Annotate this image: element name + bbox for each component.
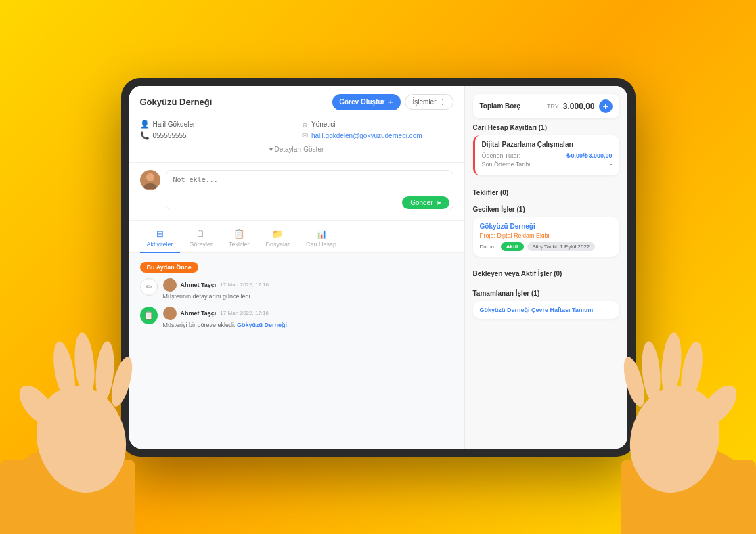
email-icon: ✉ — [302, 131, 308, 140]
cari-hesap-name: Dijital Pazarlama Çalışmaları — [482, 141, 613, 148]
geciken-badges: Durum: Aktif Bitiş Tarihi: 1 Eylül 2022 — [480, 242, 613, 251]
note-avatar — [140, 170, 160, 190]
create-task-button[interactable]: Görev Oluştur ＋ — [332, 94, 401, 110]
svg-point-1 — [0, 446, 135, 534]
activity-item-1: ✏ Ahmet Taşçı 17 Mart 2022, 17:16 Müşter… — [140, 278, 453, 300]
currency-label: TRY — [547, 103, 559, 110]
badge-date: Bitiş Tarihi: 1 Eylül 2022 — [527, 242, 596, 251]
period-badge: Bu Aydan Önce — [140, 262, 198, 273]
bekleyen-section: Bekleyen veya Aktif İşler (0) — [473, 270, 619, 282]
bekleyen-title: Bekleyen veya Aktif İşler (0) — [473, 270, 619, 277]
dosyalar-icon: 📁 — [272, 229, 283, 239]
tab-gorevler[interactable]: 🗒 Görevler — [183, 226, 220, 253]
note-input-wrapper: Gönder ➤ — [166, 170, 453, 213]
gorevler-icon: 🗒 — [196, 229, 205, 239]
odenen-tutar-row: Ödenen Tutar: ₺0,00/₺3.000,00 — [482, 152, 613, 159]
add-borc-button[interactable]: + — [599, 99, 613, 113]
tamamlanan-section: Tamamlanan İşler (1) Gökyüzü Derneği Çev… — [473, 290, 619, 319]
cari-hesap-section: Cari Hesap Kayıtları (1) Dijital Pazarla… — [473, 124, 619, 181]
panel-header: Gökyüzü Derneği Görev Oluştur ＋ İşlemler… — [129, 86, 464, 116]
contact-row-2: 📞 055555555 ✉ halil.gokdelen@gokyuzudern… — [140, 131, 453, 140]
svg-point-12 — [694, 380, 744, 432]
company-name: Gökyüzü Derneği — [140, 97, 213, 107]
tab-teklifler-label: Teklifler — [229, 241, 250, 248]
contact-name-field: 👤 Halil Gökdelen — [140, 120, 292, 129]
tab-dosyalar[interactable]: 📁 Dosyalar — [259, 226, 297, 253]
contact-email: halil.gokdelen@gokyuzudernegi.com — [311, 132, 422, 139]
son-odeme-label: Son Ödeme Tarihi: — [482, 161, 532, 168]
tab-aktiviteler[interactable]: ⊞ Aktiviteler — [140, 226, 180, 253]
toplam-borc-label: Toplam Borç — [480, 102, 520, 110]
geciken-proje: Proje: Dijital Reklam Ekibi — [480, 232, 613, 239]
svg-rect-10 — [621, 460, 756, 534]
son-odeme-value: - — [610, 161, 613, 168]
star-icon: ☆ — [302, 120, 308, 128]
islemler-button[interactable]: İşlemler ⋮ — [405, 94, 453, 110]
activity-time-2: 17 Mart 2022, 17:16 — [220, 310, 269, 316]
contact-row-1: 👤 Halil Gökdelen ☆ Yönetici — [140, 120, 453, 129]
avatar-svg — [140, 170, 160, 190]
durum-label: Durum: — [480, 244, 497, 250]
tab-dosyalar-label: Dosyalar — [266, 241, 290, 248]
tab-gorevler-label: Görevler — [190, 241, 213, 248]
svg-point-9 — [621, 446, 756, 534]
phone-icon: 📞 — [140, 131, 150, 140]
tab-teklifler[interactable]: 📋 Teklifler — [222, 226, 257, 253]
svg-point-4 — [13, 380, 62, 432]
activity-user-avatar-2 — [163, 307, 177, 320]
proje-value: Dijital Reklam Ekibi — [497, 232, 550, 239]
activity-text-prefix-2: Müşteriyi bir göreve ekledi: — [163, 321, 236, 328]
show-details-button[interactable]: ▾ Detayları Göster — [140, 143, 453, 157]
activity-content-1: Ahmet Taşçı 17 Mart 2022, 17:16 Müşterin… — [163, 278, 453, 300]
activity-item-2: 📋 Ahmet Taşçı 17 Mart 2022, 17:16 Müşter… — [140, 307, 453, 328]
teklifler-tab-icon: 📋 — [234, 229, 244, 239]
son-odeme-row: Son Ödeme Tarihi: - — [482, 161, 613, 168]
tamamlanan-card: Gökyüzü Derneği Çevre Haftası Tanıtım — [473, 301, 619, 319]
svg-point-13 — [677, 340, 706, 403]
activity-time-1: 17 Mart 2022, 17:16 — [220, 282, 269, 288]
activity-user-row-1: Ahmet Taşçı 17 Mart 2022, 17:16 — [163, 278, 453, 292]
contact-name: Halil Gökdelen — [153, 120, 197, 128]
activity-content-2: Ahmet Taşçı 17 Mart 2022, 17:16 Müşteriy… — [163, 307, 453, 328]
header-actions: Görev Oluştur ＋ İşlemler ⋮ — [332, 94, 453, 110]
contact-role: Yönetici — [311, 120, 336, 128]
cari-hesap-tab-icon: 📊 — [316, 229, 327, 239]
tamamlanan-title: Tamamlanan İşler (1) — [473, 290, 619, 297]
role-field: ☆ Yönetici — [302, 120, 453, 129]
svg-point-5 — [49, 340, 79, 403]
send-button[interactable]: Gönder ➤ — [402, 196, 449, 209]
send-label: Gönder — [410, 199, 432, 206]
svg-point-14 — [659, 332, 684, 398]
teklifler-section: Teklifler (0) — [473, 189, 619, 200]
aktiviteler-icon: ⊞ — [156, 229, 164, 239]
islemler-label: İşlemler — [412, 98, 436, 106]
tablet-wrapper: Gökyüzü Derneği Görev Oluştur ＋ İşlemler… — [121, 78, 636, 457]
contact-info: 👤 Halil Gökdelen ☆ Yönetici 📞 055555555 — [129, 116, 464, 163]
svg-rect-2 — [0, 460, 135, 534]
svg-point-15 — [640, 340, 663, 403]
activity-link-2[interactable]: Gökyüzü Derneği — [237, 321, 287, 328]
geciken-isler-title: Geciken İşler (1) — [473, 206, 619, 213]
tab-cari-hesap-label: Cari Hesap — [306, 241, 336, 248]
proje-label: Proje: — [480, 232, 497, 239]
activity-text-2: Müşteriyi bir göreve ekledi: Gökyüzü Der… — [163, 321, 453, 328]
geciken-isler-card: Gökyüzü Derneği Proje: Dijital Reklam Ek… — [473, 217, 619, 257]
tablet-device: Gökyüzü Derneği Görev Oluştur ＋ İşlemler… — [121, 78, 636, 457]
cari-hesap-title: Cari Hesap Kayıtları (1) — [473, 124, 619, 131]
badge-aktif: Aktif — [501, 242, 524, 251]
email-field: ✉ halil.gokdelen@gokyuzudernegi.com — [302, 131, 453, 140]
toplam-borc-section: Toplam Borç TRY 3.000,00 + — [473, 94, 619, 118]
tab-aktiviteler-label: Aktiviteler — [147, 241, 173, 248]
amount-value: 3.000,00 — [563, 102, 595, 111]
tabs-row: ⊞ Aktiviteler 🗒 Görevler 📋 Teklifler 📁 D… — [129, 221, 464, 253]
activity-text-1: Müşterinin detaylarını güncelledi. — [163, 293, 453, 300]
odenen-tutar-label: Ödenen Tutar: — [482, 152, 521, 159]
odenen-tutar-value: ₺0,00/₺3.000,00 — [566, 152, 612, 159]
tamamlanan-item: Gökyüzü Derneği Çevre Haftası Tanıtım — [480, 307, 613, 313]
contact-phone: 055555555 — [153, 132, 187, 139]
tablet-screen: Gökyüzü Derneği Görev Oluştur ＋ İşlemler… — [129, 86, 627, 449]
dots-icon: ⋮ — [439, 98, 446, 106]
person-icon: 👤 — [140, 120, 150, 129]
create-task-label: Görev Oluştur — [339, 98, 384, 106]
tab-cari-hesap[interactable]: 📊 Cari Hesap — [299, 226, 343, 253]
